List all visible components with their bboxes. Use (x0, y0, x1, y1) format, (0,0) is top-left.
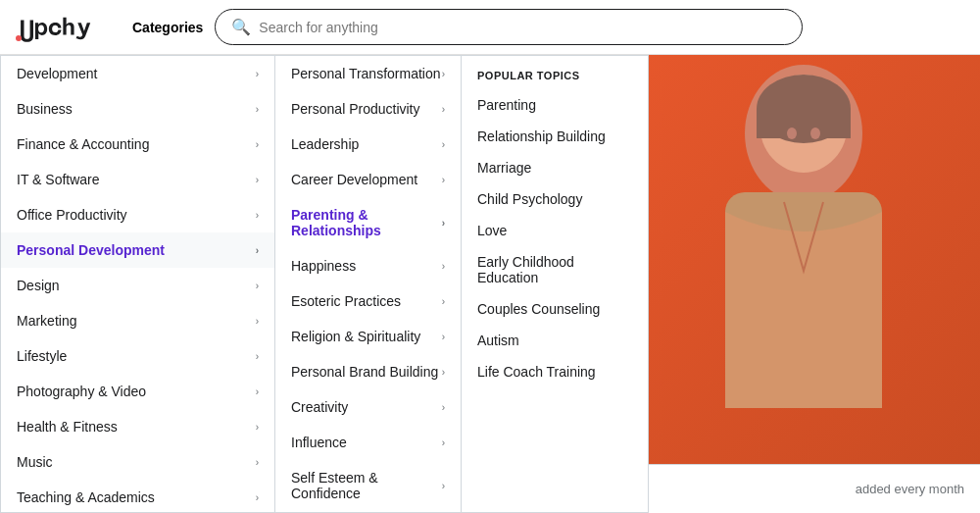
mid-menu-item[interactable]: Creativity› (275, 389, 461, 425)
chevron-right-icon: › (256, 139, 259, 150)
chevron-right-icon: › (256, 386, 259, 397)
left-menu-item[interactable]: Teaching & Academics› (1, 480, 274, 512)
chevron-right-icon: › (256, 175, 259, 185)
left-menu-item[interactable]: Development› (1, 56, 274, 91)
mid-menu-item[interactable]: Influence› (275, 425, 461, 460)
header: Categories 🔍 (0, 0, 980, 55)
chevron-right-icon: › (442, 481, 445, 491)
mid-menu-item[interactable]: Personal Productivity› (275, 91, 461, 127)
chevron-right-icon: › (442, 69, 445, 79)
chevron-right-icon: › (442, 218, 445, 229)
left-menu-item[interactable]: Marketing› (1, 303, 274, 338)
mid-menu-item[interactable]: Happiness› (275, 248, 461, 283)
left-menu-item[interactable]: Personal Development› (1, 232, 274, 268)
mid-menu-item[interactable]: Personal Brand Building› (275, 354, 461, 389)
tab-added: added every month (856, 482, 964, 496)
popular-topic-item[interactable]: Autism (462, 325, 648, 356)
popular-topic-item[interactable]: Life Coach Training (462, 356, 648, 387)
mid-menu-item[interactable]: Career Development› (275, 162, 461, 197)
left-menu-item[interactable]: Health & Fitness› (1, 409, 274, 444)
chevron-right-icon: › (256, 245, 259, 256)
svg-point-6 (787, 128, 797, 139)
chevron-right-icon: › (256, 316, 259, 327)
mid-menu-item[interactable]: Stress Management› (275, 511, 461, 512)
left-menu-item[interactable]: Photography & Video› (1, 374, 274, 409)
popular-topic-item[interactable]: Marriage (462, 152, 648, 183)
popular-topic-item[interactable]: Relationship Building (462, 121, 648, 152)
mega-menu: Development›Business›Finance & Accountin… (0, 55, 649, 513)
mid-menu-item[interactable]: Parenting & Relationships› (275, 197, 461, 248)
left-menu-item[interactable]: Music› (1, 444, 274, 480)
chevron-right-icon: › (442, 104, 445, 115)
svg-point-7 (810, 128, 820, 139)
svg-rect-5 (757, 109, 851, 138)
left-menu-item[interactable]: Lifestyle› (1, 338, 274, 374)
chevron-right-icon: › (442, 296, 445, 307)
chevron-right-icon: › (442, 175, 445, 185)
left-menu-item[interactable]: Business› (1, 91, 274, 127)
popular-topic-item[interactable]: Early Childhood Education (462, 246, 648, 293)
popular-topic-item[interactable]: Parenting (462, 89, 648, 121)
popular-topic-item[interactable]: Couples Counseling (462, 293, 648, 325)
chevron-right-icon: › (256, 104, 259, 115)
chevron-right-icon: › (256, 281, 259, 291)
chevron-right-icon: › (442, 332, 445, 342)
popular-topic-item[interactable]: Child Psychology (462, 183, 648, 215)
logo (16, 11, 105, 44)
search-bar: 🔍 (215, 9, 803, 45)
chevron-right-icon: › (442, 261, 445, 272)
mid-menu-item[interactable]: Religion & Spirituality› (275, 319, 461, 354)
left-menu-item[interactable]: Design› (1, 268, 274, 303)
svg-point-0 (16, 35, 22, 41)
chevron-right-icon: › (256, 422, 259, 433)
popular-topics-header: Popular topics (462, 56, 648, 89)
search-input[interactable] (259, 20, 786, 35)
chevron-right-icon: › (442, 437, 445, 448)
chevron-right-icon: › (256, 457, 259, 468)
mid-menu-item[interactable]: Personal Transformation› (275, 56, 461, 91)
chevron-right-icon: › (442, 139, 445, 150)
chevron-right-icon: › (442, 367, 445, 378)
chevron-right-icon: › (256, 210, 259, 221)
menu-column-mid: Personal Transformation›Personal Product… (275, 56, 462, 512)
search-left-icon: 🔍 (231, 18, 251, 36)
chevron-right-icon: › (256, 492, 259, 503)
mid-menu-item[interactable]: Self Esteem & Confidence› (275, 460, 461, 511)
categories-button[interactable]: Categories (121, 0, 215, 55)
menu-column-left: Development›Business›Finance & Accountin… (1, 56, 275, 512)
left-menu-item[interactable]: Finance & Accounting› (1, 127, 274, 162)
chevron-right-icon: › (256, 69, 259, 79)
menu-column-right: Popular topicsParentingRelationship Buil… (462, 56, 648, 512)
popular-topic-item[interactable]: Love (462, 215, 648, 246)
left-menu-item[interactable]: IT & Software› (1, 162, 274, 197)
mid-menu-item[interactable]: Leadership› (275, 127, 461, 162)
mid-menu-item[interactable]: Esoteric Practices› (275, 283, 461, 319)
left-menu-item[interactable]: Office Productivity› (1, 197, 274, 232)
chevron-right-icon: › (442, 402, 445, 413)
chevron-right-icon: › (256, 351, 259, 362)
